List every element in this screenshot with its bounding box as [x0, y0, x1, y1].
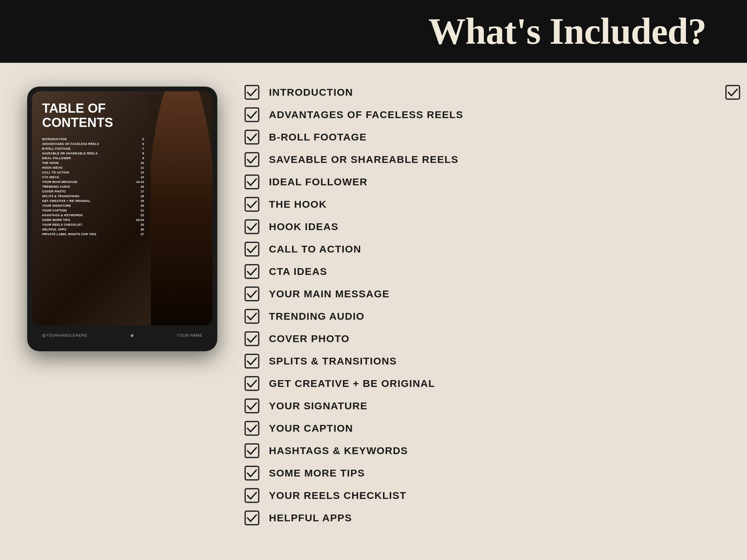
toc-item-page: 10: [132, 161, 144, 165]
toc-item: INTRODUCTION 5: [42, 137, 144, 142]
checklist-label: INTRODUCTION: [269, 87, 353, 98]
toc-item: SOME MORE TIPS 23-24: [42, 218, 144, 222]
toc-item-name: YOUR CAPTION: [42, 209, 67, 212]
toc-item-page: 25: [132, 223, 144, 226]
toc-item-name: YOUR MAIN MESSAGE: [42, 180, 77, 184]
tablet-bottom-bar: @YOURHANDLEHERE ★ YOUR NAME: [32, 326, 213, 344]
toc-item-name: INTRODUCTION: [42, 137, 67, 141]
toc-item-name: SOME MORE TIPS: [42, 218, 70, 222]
checklist-item: HELPFUL APPS: [244, 510, 720, 525]
toc-item-page: 11: [132, 166, 144, 169]
checklist-label: GET CREATIVE + BE ORIGINAL: [269, 378, 435, 389]
toc-item-name: COVER PHOTO: [42, 190, 66, 193]
silhouette: [151, 91, 213, 325]
checklist-label: B-ROLL FOOTAGE: [269, 131, 367, 143]
checkbox-icon: [244, 443, 259, 458]
checklist-label: CALL TO ACTION: [269, 243, 361, 255]
checklist-item: CALL TO ACTION: [244, 242, 720, 257]
checklist-item: PRIVATE LABEL RIGHTS FOR THIS: [725, 85, 747, 100]
toc-item: YOUR REELS CHECKLIST 25: [42, 222, 144, 227]
checklist-label: SAVEABLE OR SHAREABLE REELS: [269, 154, 458, 165]
checkbox-icon: [244, 107, 259, 122]
checklist-item: CTA IDEAS: [244, 264, 720, 279]
checklist-item: GET CREATIVE + BE ORIGINAL: [244, 376, 720, 391]
checklist-label: IDEAL FOLLOWER: [269, 176, 367, 188]
checkbox-icon: [244, 264, 259, 279]
checklist-label: HASHTAGS & KEYWORDS: [269, 445, 408, 456]
checklist-label: ADVANTAGES OF FACELESS REELS: [269, 109, 463, 120]
tablet-handle: @YOURHANDLEHERE: [42, 333, 87, 337]
checklist-item: YOUR SIGNATURE: [244, 398, 720, 413]
checkbox-icon: [244, 510, 259, 525]
main-content: TABLE OFCONTENTS INTRODUCTION 5 ADVANTAG…: [0, 63, 747, 560]
toc-item-name: HOOK IDEAS: [42, 166, 62, 169]
checklist-item: TRENDING AUDIO: [244, 309, 720, 324]
tablet-right-panel: [151, 91, 213, 325]
toc-item: GET CREATIVE + BE ORIGINAL 19: [42, 199, 144, 203]
toc-item-name: YOUR REELS CHECKLIST: [42, 223, 83, 226]
toc-item-page: 21: [132, 209, 144, 212]
checkbox-icon: [244, 130, 259, 145]
checkbox-icon: [244, 174, 259, 189]
toc-item: PRIVATE LABEL RIGHTS FOR THIS 27: [42, 232, 144, 237]
checkbox-icon: [244, 219, 259, 234]
checklist-item: YOUR MAIN MESSAGE: [244, 286, 720, 301]
toc-item-page: 19: [132, 199, 144, 203]
toc-item-name: SPLITS & TRANSITIONS: [42, 194, 79, 198]
toc-item: YOUR MAIN MESSAGE 14-15: [42, 180, 144, 184]
checklist-label: THE HOOK: [269, 199, 327, 210]
checklist-item: INTRODUCTION: [244, 85, 720, 100]
checklist-item: COVER PHOTO: [244, 331, 720, 346]
toc-item: YOUR CAPTION 21: [42, 208, 144, 213]
checklist-item: YOUR CAPTION: [244, 421, 720, 436]
checkbox-icon: [244, 152, 259, 167]
toc-item-page: 20: [132, 204, 144, 207]
toc-item-page: 23-24: [132, 218, 144, 222]
checklist-label: TRENDING AUDIO: [269, 311, 365, 322]
checklist-item: ADVANTAGES OF FACELESS REELS: [244, 107, 720, 122]
toc-item: SPLITS & TRANSITIONS 18: [42, 194, 144, 199]
checkbox-icon: [244, 354, 259, 369]
checklist-grid: INTRODUCTION ADVANTAGES OF FACELESS REEL…: [244, 85, 747, 543]
toc-item-name: ADVANTAGES OF FACELESS REELS: [42, 142, 99, 146]
checklist-section: INTRODUCTION ADVANTAGES OF FACELESS REEL…: [244, 80, 720, 543]
toc-item-name: IDEAL FOLLOWER: [42, 156, 71, 160]
checkbox-icon: [244, 242, 259, 257]
checkbox-icon: [244, 331, 259, 346]
checklist-label: HELPFUL APPS: [269, 512, 352, 524]
toc-item-page: 14-15: [132, 180, 144, 184]
checklist-item: YOUR REELS CHECKLIST: [244, 488, 720, 503]
toc-item: COVER PHOTO 17: [42, 189, 144, 194]
checklist-item: SPLITS & TRANSITIONS: [244, 354, 720, 369]
checkbox-icon: [244, 197, 259, 212]
toc-item-page: 5: [132, 137, 144, 141]
toc-item: TRENDING AUDIO 16: [42, 184, 144, 189]
toc-item-page: 27: [132, 232, 144, 236]
checkbox-icon: [244, 376, 259, 391]
toc-item-page: 13: [132, 175, 144, 179]
checkbox-icon: [244, 85, 259, 100]
checkbox-icon: [244, 398, 259, 413]
toc-item: CALL TO ACTION 12: [42, 170, 144, 175]
toc-item-name: GET CREATIVE + BE ORIGINAL: [42, 199, 91, 203]
toc-item-page: 6: [132, 142, 144, 146]
toc-item-name: THE HOOK: [42, 161, 59, 165]
toc-item: SAVEABLE OR SHAREABLE REELS 8: [42, 151, 144, 156]
toc-item-page: 18: [132, 194, 144, 198]
toc-item: HASHTAGS & KEYWORDS 22: [42, 213, 144, 218]
checklist-item: SOME MORE TIPS: [244, 466, 720, 481]
tablet-mockup: TABLE OFCONTENTS INTRODUCTION 5 ADVANTAG…: [27, 87, 217, 351]
page-title: What's Included?: [429, 10, 706, 53]
toc-item-page: 22: [132, 213, 144, 217]
checklist-item: IDEAL FOLLOWER: [244, 174, 720, 189]
toc-title: TABLE OFCONTENTS: [42, 101, 144, 130]
toc-item: HOOK IDEAS 11: [42, 165, 144, 170]
checkbox-icon: [725, 85, 740, 100]
checklist-label: HOOK IDEAS: [269, 221, 339, 232]
toc-item-name: YOUR SIGNATURE: [42, 204, 71, 207]
checklist-item: HASHTAGS & KEYWORDS: [244, 443, 720, 458]
toc-item-name: PRIVATE LABEL RIGHTS FOR THIS: [42, 232, 96, 236]
toc-item: CTA IDEAS 13: [42, 175, 144, 180]
toc-item-name: CALL TO ACTION: [42, 171, 69, 174]
toc-list: INTRODUCTION 5 ADVANTAGES OF FACELESS RE…: [42, 137, 144, 237]
